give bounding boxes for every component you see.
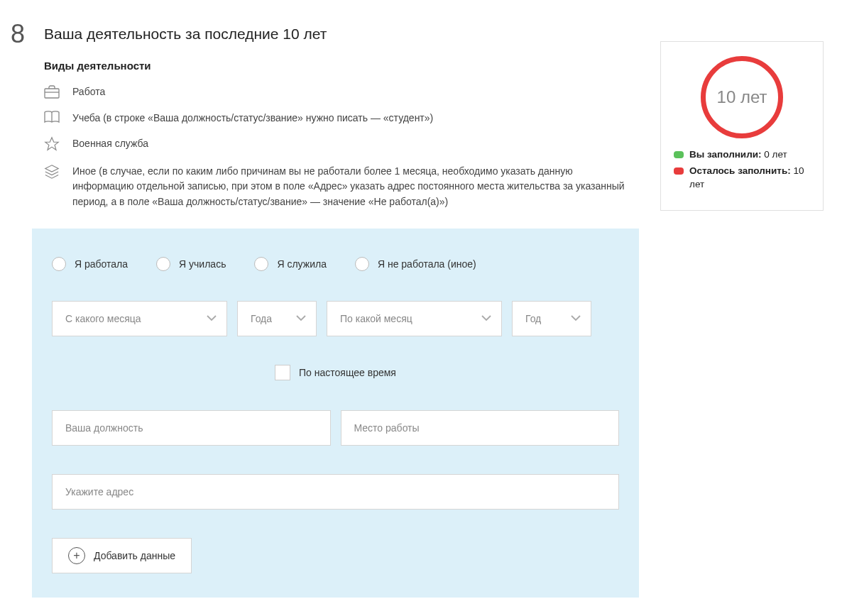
radio-none[interactable]: Я не работала (иное) bbox=[355, 257, 476, 271]
activity-military: Военная служба bbox=[44, 136, 639, 154]
svg-marker-3 bbox=[45, 138, 58, 150]
activity-study: Учеба (в строке «Ваша должность/статус/з… bbox=[44, 111, 639, 126]
date-range-row: С какого месяца Года По какой месяц bbox=[52, 301, 619, 336]
activity-list: Работа Учеба (в строке «Ваша должность/с… bbox=[44, 84, 639, 210]
chevron-down-icon bbox=[296, 315, 306, 321]
star-icon bbox=[44, 136, 61, 154]
chevron-down-icon bbox=[207, 315, 217, 321]
progress-box: 10 лет Вы заполнили: 0 лет Осталось запо… bbox=[660, 41, 824, 211]
chevron-down-icon bbox=[571, 315, 581, 321]
radio-worked-label: Я работала bbox=[75, 258, 128, 270]
input-address[interactable] bbox=[52, 474, 619, 510]
select-to-year[interactable]: Год bbox=[512, 301, 591, 336]
select-to-year-label: Год bbox=[525, 313, 541, 324]
radio-circle-icon bbox=[156, 257, 170, 271]
activity-work: Работа bbox=[44, 84, 639, 101]
activity-study-text: Учеба (в строке «Ваша должность/статус/з… bbox=[72, 111, 433, 126]
radio-group-activity-type: Я работала Я училась Я служила Я не рабо… bbox=[52, 257, 619, 271]
checkbox-present-label: По настоящее время bbox=[299, 367, 396, 378]
select-from-year[interactable]: Года bbox=[237, 301, 317, 336]
select-from-year-label: Года bbox=[251, 313, 272, 324]
book-icon bbox=[44, 111, 61, 126]
radio-studied-label: Я училась bbox=[179, 258, 226, 270]
checkbox-present-row[interactable]: По настоящее время bbox=[52, 365, 619, 380]
activity-work-text: Работа bbox=[72, 84, 105, 100]
select-to-month[interactable]: По какой месяц bbox=[327, 301, 502, 336]
activity-other: Иное (в случае, если по каким либо причи… bbox=[44, 164, 639, 210]
form-panel: Я работала Я училась Я служила Я не рабо… bbox=[32, 229, 639, 598]
progress-sidebar: 10 лет Вы заполнили: 0 лет Осталось запо… bbox=[660, 21, 824, 598]
input-workplace[interactable] bbox=[341, 410, 620, 446]
plus-icon: + bbox=[68, 547, 85, 564]
radio-circle-icon bbox=[355, 257, 369, 271]
progress-circle-label: 10 лет bbox=[717, 87, 767, 107]
radio-served[interactable]: Я служила bbox=[254, 257, 326, 271]
add-data-button[interactable]: + Добавить данные bbox=[52, 538, 192, 573]
input-position[interactable] bbox=[52, 410, 331, 446]
step-number: 8 bbox=[7, 21, 28, 47]
radio-worked[interactable]: Я работала bbox=[52, 257, 128, 271]
legend-filled-label: Вы заполнили: bbox=[689, 149, 762, 160]
select-from-month-label: С какого месяца bbox=[65, 313, 141, 324]
legend-remaining: Осталось заполнить: 10 лет bbox=[674, 165, 810, 192]
radio-none-label: Я не работала (иное) bbox=[378, 258, 476, 270]
layers-icon bbox=[44, 164, 61, 182]
dot-green-icon bbox=[674, 151, 684, 158]
section-header: 8 Ваша деятельность за последние 10 лет bbox=[7, 21, 639, 47]
radio-studied[interactable]: Я училась bbox=[156, 257, 226, 271]
briefcase-icon bbox=[44, 84, 61, 101]
subtitle-activities: Виды деятельности bbox=[44, 60, 639, 72]
activity-other-text: Иное (в случае, если по каким либо причи… bbox=[72, 164, 626, 210]
legend-filled-value: 0 лет bbox=[762, 149, 787, 160]
legend-filled: Вы заполнили: 0 лет bbox=[674, 148, 810, 162]
progress-circle: 10 лет bbox=[701, 56, 783, 138]
radio-circle-icon bbox=[254, 257, 268, 271]
svg-marker-4 bbox=[45, 165, 58, 172]
select-from-month[interactable]: С какого месяца bbox=[52, 301, 227, 336]
select-to-month-label: По какой месяц bbox=[340, 313, 412, 324]
chevron-down-icon bbox=[481, 315, 491, 321]
input-row-position-workplace bbox=[52, 410, 619, 446]
radio-circle-icon bbox=[52, 257, 66, 271]
dot-red-icon bbox=[674, 167, 684, 175]
svg-rect-0 bbox=[45, 89, 59, 98]
legend-remaining-label: Осталось заполнить: bbox=[689, 165, 791, 176]
radio-served-label: Я служила bbox=[277, 258, 326, 270]
add-data-button-label: Добавить данные bbox=[94, 550, 175, 561]
checkbox-icon bbox=[275, 365, 290, 380]
section-title: Ваша деятельность за последние 10 лет bbox=[44, 21, 327, 43]
activity-military-text: Военная служба bbox=[72, 136, 148, 152]
input-row-address bbox=[52, 474, 619, 510]
